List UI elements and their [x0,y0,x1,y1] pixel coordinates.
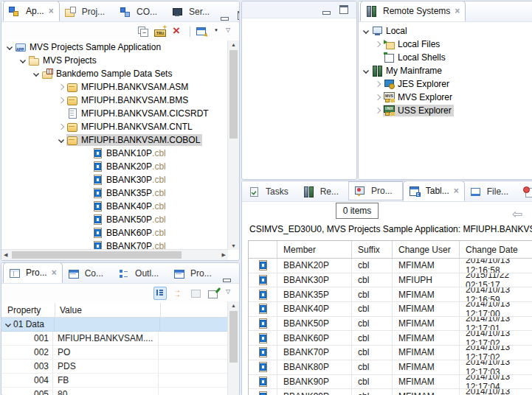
chevron-icon[interactable] [361,66,371,76]
scroll-up-icon[interactable]: ▲ [229,41,238,49]
chevron-icon[interactable] [81,148,91,158]
view-menu-icon[interactable] [226,26,233,38]
minimize-icon[interactable] [219,10,231,21]
tree-item[interactable]: Local Shells [359,51,532,64]
chevron-icon[interactable] [361,26,371,36]
chevron-icon[interactable] [56,95,66,105]
tree-item[interactable]: Local Files [359,38,532,51]
tree-item[interactable]: MVS Projects [1,54,228,67]
view-tab[interactable]: Tabl... × [403,181,465,201]
tree-item[interactable]: BBANK35P .cbl [1,186,228,200]
view-menu-icon[interactable] [226,287,233,299]
view-tab[interactable]: Erro... [518,182,532,201]
vertical-scrollbar[interactable]: ▲ [227,301,239,395]
scroll-up-icon[interactable]: ▲ [229,301,238,310]
delete-icon[interactable] [172,26,184,38]
collapse-all-icon[interactable] [137,26,148,38]
chevron-icon[interactable] [373,105,383,116]
tree-item[interactable]: BBANK10P .cbl [1,147,228,160]
chevron-icon[interactable] [24,361,34,371]
view-tab[interactable]: Proj... [60,2,114,21]
suffix-column-header[interactable]: Suffix [352,241,393,258]
scroll-thumb[interactable] [229,50,238,139]
view-tab[interactable]: CO... [114,2,167,21]
tab-close-icon[interactable]: × [52,269,57,276]
scroll-down-icon[interactable]: ▼ [229,242,238,250]
view-filter-icon[interactable] [196,26,208,38]
chevron-icon[interactable] [373,92,383,102]
scroll-thumb[interactable] [229,311,238,363]
chevron-icon[interactable] [373,52,383,63]
tab-close-icon[interactable]: × [455,7,460,15]
vertical-scrollbar[interactable]: ▲ ▼ [227,41,239,250]
tree-item[interactable]: BBANK30P .cbl [1,173,228,186]
chevron-icon[interactable] [56,122,66,132]
chevron-icon[interactable] [56,135,66,145]
back-arrow-icon[interactable]: ⇦ [512,206,522,222]
chevron-icon[interactable] [24,389,34,395]
icon-column-header[interactable] [249,241,277,258]
tree-item[interactable]: MFIUPH.BANKVSAM.ASM [1,80,228,94]
maximize-icon[interactable] [237,10,240,21]
maximize-icon[interactable] [239,271,240,283]
chevron-icon[interactable] [4,42,15,52]
tree-item[interactable]: USS Explorer [359,104,532,117]
view-tab[interactable]: Ap... × [3,1,60,21]
tree-item[interactable]: BBANK40P .cbl [1,200,228,213]
chevron-icon[interactable] [81,188,91,198]
tab-remote-systems[interactable]: Remote Systems × [360,1,466,21]
tree-item[interactable]: BBANK50P .cbl [1,213,228,226]
chevron-icon[interactable] [31,69,41,79]
property-row[interactable]: 01 Data [1,318,239,332]
chevron-icon[interactable] [56,108,66,119]
tree-item[interactable]: Bankdemo Sample Data Sets [1,67,228,80]
table-row[interactable]: BBANK40P cbl MFIMAM 2014/10/13 12:17:00 [249,302,532,317]
tree-item[interactable]: MFIUPH.BANKVSAM.CNTL [1,120,228,133]
view-tab[interactable]: Outl... [113,264,168,283]
table-row[interactable]: BBANK99P cbl MFIMAM 2014/10/13 12:17:05 [249,389,532,395]
view-tab[interactable]: Pro... × [3,262,63,283]
chevron-icon[interactable] [18,55,28,66]
tree-item[interactable]: JES Explorer [359,77,532,91]
tab-close-icon[interactable]: × [49,7,54,15]
member-column-header[interactable]: Member [277,241,352,258]
view-tab[interactable]: Ser... [167,2,219,21]
chevron-icon[interactable] [81,201,91,212]
table-row[interactable]: BBANK90P cbl MFIMAM 2014/10/13 12:17:04 [249,375,532,390]
sort-icon[interactable] [173,287,184,299]
tree-item[interactable]: BBANK20P .cbl [1,160,228,173]
view-tab[interactable]: Co... [63,264,113,283]
tree-item[interactable]: MFIUPH.BANKVSAM.CICSRDT [1,107,228,120]
chevron-icon[interactable] [24,375,34,385]
table-row[interactable]: BBANK20P cbl MFIMAM 2014/10/13 12:16:58 [249,259,532,273]
property-row[interactable]: 002 PO [1,346,239,360]
value-column-header[interactable]: Value [55,303,161,317]
change-date-column-header[interactable]: Change Date [460,241,532,258]
table-row[interactable]: BBANK30P cbl MFIUPH 2015/11/22 02:15:17 [249,273,532,288]
minimize-icon[interactable] [221,271,233,283]
tree-item[interactable]: Local [359,24,532,38]
tree-item[interactable]: MVS Projects Sample Application [1,41,228,54]
tab-close-icon[interactable]: × [454,187,459,195]
chevron-icon[interactable] [373,39,383,49]
tree-item[interactable]: BBANK70P .cbl [1,240,228,250]
maximize-icon[interactable] [339,4,350,15]
minimize-icon[interactable] [321,4,333,15]
table-row[interactable]: BBANK60P cbl MFIMAM 2014/10/13 12:17:02 [249,331,532,346]
property-row[interactable]: 004 FB [1,374,239,388]
property-row[interactable]: 003 PDS [1,360,239,374]
table-row[interactable]: BBANK35P cbl MFIMAM 2014/10/13 12:16:59 [249,287,532,302]
chevron-icon[interactable] [56,82,66,92]
chevron-icon[interactable] [81,175,91,185]
property-column-header[interactable]: Property [1,303,55,317]
chevron-icon[interactable] [81,214,91,225]
view-tab[interactable]: File... [465,182,518,201]
dropdown-arrow-icon[interactable] [214,26,220,38]
chevron-icon[interactable] [3,319,13,329]
tree-item[interactable]: My Mainframe [359,64,532,77]
tree-item[interactable]: MFIUPH.BANKVSAM.BMS [1,94,228,107]
chevron-icon[interactable] [373,79,383,89]
show-categories-icon[interactable] [153,287,167,300]
change-user-column-header[interactable]: Change User [393,241,460,258]
tru-icon[interactable] [154,26,166,38]
